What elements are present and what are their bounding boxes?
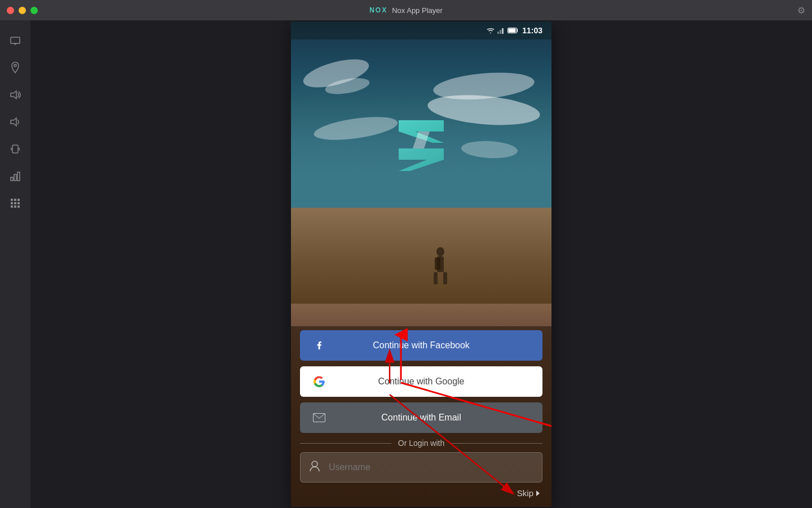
svg-point-3 [14, 64, 16, 67]
svg-rect-22 [17, 205, 20, 208]
svg-rect-6 [12, 145, 18, 153]
email-icon [311, 410, 327, 426]
person-silhouette [429, 247, 452, 292]
svg-rect-15 [14, 199, 16, 201]
google-button-label: Continue with Google [300, 376, 542, 387]
chart-icon[interactable] [4, 165, 27, 187]
username-input-row[interactable] [300, 452, 542, 483]
svg-point-31 [436, 247, 444, 256]
status-icons [486, 27, 519, 34]
main-content: 11:03 [30, 20, 812, 508]
wifi-icon [486, 27, 495, 34]
skip-arrow-icon [536, 490, 540, 497]
volume-up-icon[interactable] [4, 84, 27, 106]
screen-icon[interactable] [4, 29, 27, 52]
facebook-icon [311, 338, 327, 353]
app-logo [387, 112, 455, 182]
svg-marker-29 [399, 148, 444, 171]
signal-icon [497, 27, 505, 34]
skip-label: Skip [517, 488, 533, 498]
app-title: NOX Nox App Player [369, 6, 443, 15]
svg-rect-27 [509, 29, 516, 33]
email-login-button[interactable]: Continue with Email [300, 402, 542, 433]
svg-rect-20 [11, 205, 13, 208]
svg-line-10 [19, 149, 20, 150]
svg-marker-5 [11, 118, 16, 126]
titlebar: NOX Nox App Player ⚙ [0, 0, 812, 20]
svg-rect-13 [17, 172, 20, 181]
svg-rect-21 [14, 205, 16, 208]
facebook-login-button[interactable]: Continue with Facebook [300, 330, 542, 361]
z-logo-svg [387, 112, 455, 179]
maximize-button[interactable] [30, 7, 38, 14]
or-divider: Or Login with [300, 439, 542, 448]
skip-row: Skip [300, 488, 542, 498]
svg-rect-18 [14, 202, 16, 204]
svg-rect-11 [11, 177, 13, 181]
login-panel: Continue with Facebook Continue with Goo… [291, 330, 551, 507]
email-icon-svg [313, 413, 325, 422]
svg-rect-17 [11, 202, 13, 204]
phone-frame: 11:03 [291, 21, 551, 507]
svg-rect-35 [443, 272, 447, 284]
close-button[interactable] [7, 7, 14, 14]
email-button-label: Continue with Email [300, 413, 542, 423]
svg-rect-25 [502, 28, 504, 34]
svg-rect-0 [11, 37, 20, 43]
app-name-label: Nox App Player [392, 6, 443, 15]
svg-marker-4 [11, 91, 16, 99]
sidebar [0, 20, 30, 508]
status-time: 11:03 [522, 26, 542, 35]
svg-marker-39 [536, 491, 540, 496]
svg-line-8 [11, 149, 12, 150]
divider-line-left [300, 443, 391, 444]
settings-icon[interactable]: ⚙ [797, 5, 805, 16]
volume-down-icon[interactable] [4, 111, 27, 133]
user-icon [301, 461, 329, 475]
or-login-text: Or Login with [398, 439, 444, 448]
fb-icon-svg [314, 340, 325, 351]
divider-line-right [451, 443, 542, 444]
nox-logo: NOX [369, 6, 387, 14]
google-icon-svg [314, 376, 325, 387]
wave-decoration [312, 113, 399, 144]
landscape-background [291, 208, 551, 304]
svg-rect-23 [497, 32, 499, 34]
svg-rect-14 [11, 199, 13, 201]
svg-rect-33 [435, 257, 440, 270]
location-icon[interactable] [4, 56, 27, 79]
minimize-button[interactable] [19, 7, 26, 14]
battery-icon [508, 27, 519, 34]
svg-point-38 [312, 461, 317, 467]
google-icon [311, 374, 327, 389]
facebook-button-label: Continue with Facebook [300, 340, 542, 351]
svg-rect-34 [434, 272, 438, 284]
window-controls [7, 7, 38, 14]
shake-icon[interactable] [4, 138, 27, 160]
wave-decoration [432, 69, 535, 103]
skip-button[interactable]: Skip [517, 488, 540, 498]
status-bar: 11:03 [291, 21, 551, 40]
svg-rect-19 [17, 202, 20, 204]
svg-rect-16 [17, 199, 20, 201]
apps-grid-icon[interactable] [4, 192, 27, 214]
svg-rect-12 [14, 174, 16, 181]
svg-rect-24 [500, 30, 501, 34]
username-input[interactable] [329, 462, 542, 472]
google-login-button[interactable]: Continue with Google [300, 366, 542, 397]
wave-decoration [461, 139, 518, 159]
